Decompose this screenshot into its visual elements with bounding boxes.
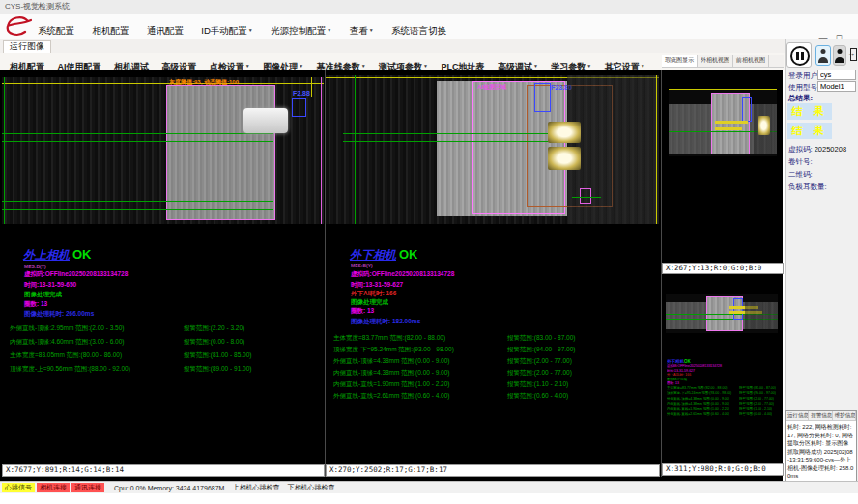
menu-items: 系统配置 相机配置 通讯配置 ID手动配置▼ 光源控制配置▼ 查看▼ 系统语言切… (35, 20, 457, 39)
tab-glow-highlight (548, 147, 581, 170)
log-text: 耗时: 222, 网络检测耗时: 17, 网络分类耗时: 0, 网络提取分区耗时… (786, 421, 856, 483)
calibration-line-yellow (2, 83, 324, 84)
left-result-ok: OK (72, 247, 92, 262)
log-tab-maintain-info[interactable]: 维护信息 (833, 411, 856, 420)
left-virtual-code: 虚拟码:OFFline20250208133134728 (24, 270, 128, 279)
measure-line-green (343, 141, 565, 142)
left-process-done: 图像处理完成 (24, 291, 62, 299)
middle-alarm-ranges: 报警范围:(83.00 - 87.00) 报警范围:(94.00 - 97.00… (507, 334, 575, 404)
middle-coord-readout: X:270;Y:2502;R:17;G:17;B:17 (326, 464, 660, 477)
thumb2-coord-readout: X:311;Y:980;R:0;G:0;B:0 (662, 463, 784, 476)
pause-button[interactable] (786, 42, 812, 68)
tab-glow-highlight (548, 122, 581, 143)
measure-line-green (2, 201, 273, 202)
thumb-tab-front-camera[interactable]: 前相机视图 (733, 55, 769, 67)
pause-icon (790, 46, 810, 66)
model-field[interactable] (817, 81, 856, 92)
dropdown-arrow-icon: ▼ (299, 63, 303, 69)
annotation-text-yellow (715, 127, 742, 130)
roi-rect-magenta (166, 85, 275, 220)
left-camera-image[interactable]: 灰度阈值:93, 动态阈值:100 F2.88 (2, 77, 324, 224)
measure-line-green (2, 209, 273, 210)
menu-item-view[interactable]: 查看▼ (347, 24, 377, 39)
thumb-tab-outer-camera[interactable]: 外相机视图 (698, 55, 733, 67)
app-window: CYS-视觉检测系统 系统配置 相机配置 通讯配置 ID手动配置▼ 光源控制配置… (0, 0, 858, 504)
annotation-text-yellow (715, 121, 748, 124)
title-bar: CYS-视觉检测系统 (0, 0, 858, 14)
middle-measurements: 主体宽度=83.77mm 范围:(82.00 - 88.00) 顶缘宽度-下=9… (333, 334, 454, 404)
heartbeat-badge: 心跳信号 (2, 483, 35, 492)
left-coord-readout: X:7677;Y:891;R:14;G:14;B:14 (2, 464, 325, 477)
thumb-tab-defect-view[interactable]: 瑕疵图显示 (662, 55, 698, 67)
thumb-tab-bar: 瑕疵图显示 外相机视图 前相机视图 (662, 55, 784, 68)
menu-item-light-control-config[interactable]: 光源控制配置▼ (268, 24, 334, 39)
menu-item-camera-config[interactable]: 相机配置 (89, 24, 131, 39)
cpu-memory-readout: Cpu: 0.0% Memory: 3424.4179687M (114, 485, 224, 491)
middle-turn-count: 圈数: 13 (351, 307, 374, 316)
user-icon (816, 46, 830, 65)
tab-bar: 运行图像 (0, 39, 858, 54)
user-manage-button[interactable] (833, 45, 846, 66)
login-user-field[interactable] (817, 70, 856, 80)
middle-camera-image[interactable]: AI检测区域 F23.80 (326, 75, 659, 224)
left-panel-title: 外上相机OK (23, 247, 92, 264)
result-badge-upper: 结 果 (787, 103, 832, 120)
dropdown-arrow-icon: ▼ (245, 63, 250, 69)
log-info-panel: 运行信息 报警信息 维护信息 耗时: 222, 网络检测耗时: 17, 网络分类… (785, 410, 857, 482)
focus-rect-blue (733, 298, 743, 320)
menu-bar: 系统配置 相机配置 通讯配置 ID手动配置▼ 光源控制配置▼ 查看▼ 系统语言切… (0, 14, 858, 40)
camera-connect-badge: 相机连接 (37, 483, 70, 492)
log-tab-alarm-info[interactable]: 报警信息 (809, 411, 832, 420)
focus-rect-blue (534, 83, 551, 112)
ai-region-label: AI检测区域 (477, 83, 506, 92)
dropdown-arrow-icon: ▼ (327, 27, 331, 33)
lower-camera-heartbeat-check: 下相机心跳检查 (287, 483, 334, 492)
dropdown-arrow-icon: ▼ (369, 27, 374, 33)
focus-rect-blue (742, 97, 752, 122)
virtual-code-value: 20250208 (815, 145, 846, 154)
window-title: CYS-视觉检测系统 (5, 2, 70, 11)
middle-time: 时间:13-31-59-627 (351, 281, 403, 290)
middle-result-ok: OK (399, 247, 418, 262)
dark-right-region (745, 302, 778, 329)
menu-item-id-manual-config[interactable]: ID手动配置▼ (198, 24, 255, 39)
user-dark-icon (834, 46, 845, 65)
measure-line-green (2, 141, 273, 142)
qrcode-label: 二维码: (788, 170, 813, 180)
left-alarm-ranges: 报警范围:(2.20 - 3.20) 报警范围:(0.00 - 8.00) 报警… (184, 324, 251, 378)
dropdown-arrow-icon: ▼ (586, 63, 591, 69)
middle-virtual-code: 虚拟码:OFFline20250208133134728 (351, 270, 454, 279)
middle-ai-elapsed: 外下AI耗时: 166 (351, 290, 396, 298)
menu-item-comm-config[interactable]: 通讯配置 (144, 24, 186, 39)
login-user-button[interactable] (815, 45, 831, 66)
measure-line-green (343, 133, 565, 134)
comm-connect-badge: 通讯连接 (72, 483, 104, 492)
anode-tab-count-label: 负极耳数量: (788, 182, 827, 192)
upper-camera-heartbeat-check: 上相机心跳检查 (232, 483, 279, 492)
edge-line-magenta (321, 77, 322, 224)
login-user-label: 登录用户: (788, 71, 819, 81)
focus-overlay-label: F2.88 (293, 90, 310, 97)
menu-item-language-switch[interactable]: 系统语言切换 (388, 24, 449, 39)
left-turn-count: 圈数: 13 (24, 300, 47, 309)
reel-needle-label: 卷针号: (788, 157, 813, 167)
middle-elapsed: 图像处理耗时: 182.00ms (351, 318, 420, 326)
menu-item-system-config[interactable]: 系统配置 (35, 24, 77, 39)
app-logo-icon (5, 15, 32, 37)
thumb1-coord-readout: X:267;Y:13;R:0;G:0;B:0 (662, 263, 784, 274)
dropdown-arrow-icon: ▼ (533, 63, 538, 69)
result-badge-lower: 结 果 (787, 123, 832, 139)
edge-line-yellow (311, 77, 312, 97)
exit-arrow-icon: → (847, 50, 855, 58)
thumb2-result-minitext: 外下相机OK 虚拟码:OFFline20250208133134728 时间:1… (667, 359, 781, 456)
thumb1-image[interactable] (669, 89, 777, 156)
log-tab-run-info[interactable]: 运行信息 (786, 411, 809, 420)
thumb2-image[interactable] (666, 294, 778, 333)
exit-button[interactable]: → (848, 45, 858, 66)
dropdown-arrow-icon: ▼ (423, 63, 428, 69)
log-tab-bar: 运行信息 报警信息 维护信息 (786, 411, 856, 421)
tab-run-image[interactable]: 运行图像 (3, 40, 51, 53)
measure-line-green (2, 133, 273, 134)
tab-glow-highlight (758, 116, 770, 135)
dropdown-arrow-icon: ▼ (641, 63, 645, 69)
